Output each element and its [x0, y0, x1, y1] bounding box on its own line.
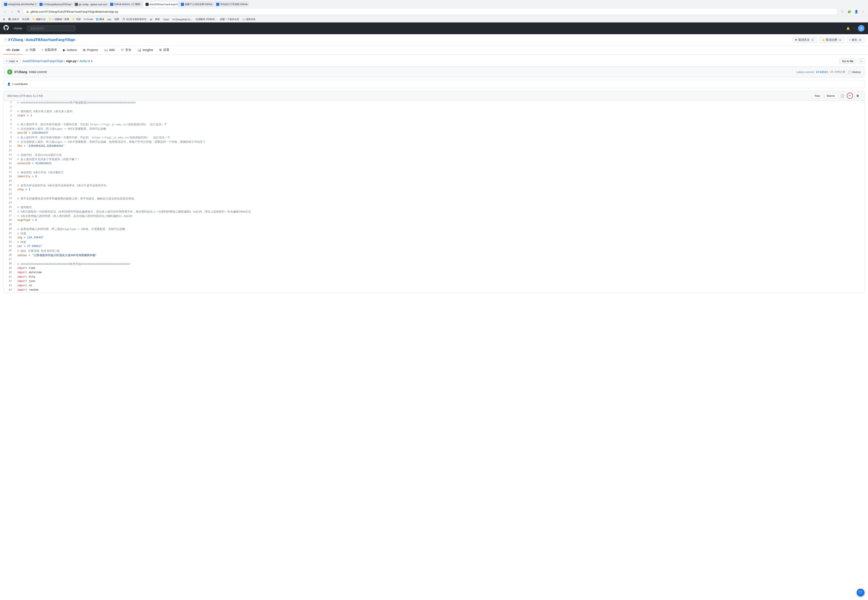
fork-button[interactable]: ⑂ 派生 0 [847, 37, 865, 43]
watch-button[interactable]: 👁 取消关注 1 [792, 37, 817, 43]
browser-tab-2[interactable]: XYZliang/MyAutoZFBXiaoYuan... × [37, 1, 72, 7]
line-num-32[interactable]: 32 [4, 236, 15, 239]
bookmark-qq[interactable]: 🎵 QQ音乐刷听歌时长 [121, 17, 148, 21]
bookmark-guishu[interactable]: 📚 读鬼书 [7, 17, 20, 21]
nav-item-actions[interactable]: ▶ Actions [61, 46, 79, 55]
nav-item-security[interactable]: 🛡 安全 [118, 46, 134, 55]
line-num-27[interactable]: 27 [4, 214, 15, 218]
star-button[interactable]: ⭐ 取消点赞 1 [819, 37, 844, 43]
copy-to-clipboard-button[interactable]: 📋 [839, 92, 845, 99]
forward-button[interactable]: › [9, 9, 15, 15]
bookmark-shuyuan[interactable]: 📁 书源 [71, 17, 82, 21]
plus-icon[interactable]: ＋ [853, 26, 855, 30]
line-num-11[interactable]: 11 [4, 144, 15, 148]
line-num-16[interactable]: 16 [4, 166, 15, 170]
profile-button[interactable]: 👤 [853, 9, 859, 15]
edit-file-button[interactable]: ✏ [847, 92, 853, 99]
bookmark-alf[interactable]: alf [148, 17, 154, 21]
line-num-1[interactable]: 1 [4, 101, 15, 104]
address-bar[interactable]: 🔒 github.com/XYZliang/AutoZFBXiaoYuanFan… [23, 8, 838, 15]
commit-hash[interactable]: bf49503 [816, 70, 828, 74]
line-num-29[interactable]: 29 [4, 223, 15, 226]
browser-tab-7[interactable]: 手动运行工作流程-GitHub Docs × [214, 1, 249, 7]
bookmark-xyzadd[interactable]: XYZliang/Add-Xc... [171, 17, 194, 21]
bookmark-gmail[interactable]: ✉ Gmail [82, 17, 94, 21]
gh-search-input[interactable] [27, 26, 75, 31]
delete-file-button[interactable]: 🗑 [855, 92, 861, 99]
line-num-30[interactable]: 30 [4, 227, 15, 231]
bookmark-recruit[interactable]: 招聘 [113, 17, 120, 21]
line-num-9[interactable]: 9 [4, 136, 15, 139]
line-num-37[interactable]: 37 [4, 258, 15, 261]
extension-button[interactable]: 🧩 [846, 9, 852, 15]
line-num-41[interactable]: 41 [4, 275, 15, 279]
commit-author-avatar[interactable]: X [7, 69, 12, 74]
bookmark-star-button[interactable]: ☆ [839, 9, 845, 15]
line-num-15[interactable]: 15 [4, 162, 15, 165]
line-num-18[interactable]: 18 [4, 175, 15, 178]
line-num-35[interactable]: 35 [4, 249, 15, 253]
repo-owner-link[interactable]: XYZliang [8, 38, 23, 42]
bookmark-script[interactable]: 脚本 [154, 17, 161, 21]
more-options-file-button[interactable]: ··· [858, 58, 865, 64]
line-num-26[interactable]: 26 [4, 210, 15, 213]
line-num-25[interactable]: 25 [4, 205, 15, 209]
branch-selector[interactable]: ⑂ main ▾ [3, 58, 20, 64]
line-num-6[interactable]: 6 [4, 123, 15, 126]
bookmark-pojie[interactable]: 📁 破解大法 [31, 17, 47, 21]
commit-author-name[interactable]: XYZliang [14, 70, 27, 74]
blame-button[interactable]: Blame [824, 93, 837, 98]
raw-button[interactable]: Raw [812, 93, 822, 98]
line-num-19[interactable]: 19 [4, 179, 15, 183]
line-num-4[interactable]: 4 [4, 114, 15, 117]
line-num-44[interactable]: 44 [4, 288, 15, 292]
bookmark-reading-list[interactable]: 📖 读取列表 [241, 17, 257, 21]
browser-tab-1[interactable]: wangziying wen/AutoApi: E5自... × [2, 1, 36, 7]
nav-item-projects[interactable]: ⊞ Projects [80, 46, 100, 55]
user-avatar[interactable]: X [858, 25, 865, 32]
bookmark-keyuan[interactable]: 壳元网 [21, 17, 30, 21]
breadcrumb-repo-link[interactable]: AutoZFBXiaoYuanFangYiSign [23, 59, 63, 63]
jump-to-link[interactable]: Jump to ▾ [79, 59, 93, 63]
line-num-31[interactable]: 31 [4, 232, 15, 235]
history-link[interactable]: 🕐 History [848, 70, 861, 74]
line-num-21[interactable]: 21 [4, 188, 15, 191]
nav-item-insights[interactable]: 📊 Insights [135, 46, 155, 55]
line-num-43[interactable]: 43 [4, 284, 15, 287]
browser-tab-6[interactable]: 创建个人访问令牌-GitHub Docs × [178, 1, 213, 7]
line-num-22[interactable]: 22 [4, 192, 15, 196]
nav-item-issues[interactable]: ⊙ 问题 [23, 46, 38, 55]
line-num-39[interactable]: 39 [4, 267, 15, 270]
repo-name-link[interactable]: AutoZFBXiaoYuanFangYiSign [26, 38, 75, 42]
bookmark-clash[interactable]: Clash [162, 17, 170, 21]
line-num-7[interactable]: 7 [4, 127, 15, 130]
line-num-3[interactable]: 3 [4, 109, 15, 113]
line-num-36[interactable]: 36 [4, 253, 15, 257]
browser-tab-4[interactable]: GitHub Actions 入门教程 - 阮... × [108, 1, 143, 7]
line-num-2[interactable]: 2 [4, 105, 15, 109]
line-num-33[interactable]: 33 [4, 240, 15, 244]
line-num-17[interactable]: 17 [4, 171, 15, 174]
line-num-14[interactable]: 14 [4, 158, 15, 161]
line-num-13[interactable]: 13 [4, 153, 15, 156]
line-num-34[interactable]: 34 [4, 245, 15, 248]
line-num-8[interactable]: 8 [4, 131, 15, 135]
bookmark-edu[interactable]: edu [106, 17, 112, 21]
bookmark-apps[interactable]: ⊞ [2, 17, 6, 21]
line-num-10[interactable]: 10 [4, 140, 15, 144]
nav-item-wiki[interactable]: 📖 Wiki [102, 46, 117, 55]
line-num-12[interactable]: 12 [4, 149, 15, 152]
bookmark-new-repo[interactable]: 创建一个新的仓库 [219, 17, 240, 21]
reload-button[interactable]: ↻ [16, 9, 22, 15]
more-options-button[interactable]: ⋮ [860, 9, 866, 15]
go-to-file-button[interactable]: Go to file [839, 58, 856, 64]
bookmark-vpn[interactable]: 📁 一直翻墙一直爽 [47, 17, 70, 21]
line-num-20[interactable]: 20 [4, 183, 15, 187]
notifications-icon[interactable]: 🔔 [847, 27, 850, 30]
line-num-28[interactable]: 28 [4, 218, 15, 222]
line-num-40[interactable]: 40 [4, 271, 15, 274]
gh-nav-home[interactable]: Home [12, 26, 24, 31]
bookmark-baidu-translate[interactable]: 百度翻译-200种语... [194, 17, 218, 21]
github-logo[interactable] [3, 25, 9, 32]
browser-tab-3[interactable]: git config --global user.email /... × [73, 1, 107, 7]
